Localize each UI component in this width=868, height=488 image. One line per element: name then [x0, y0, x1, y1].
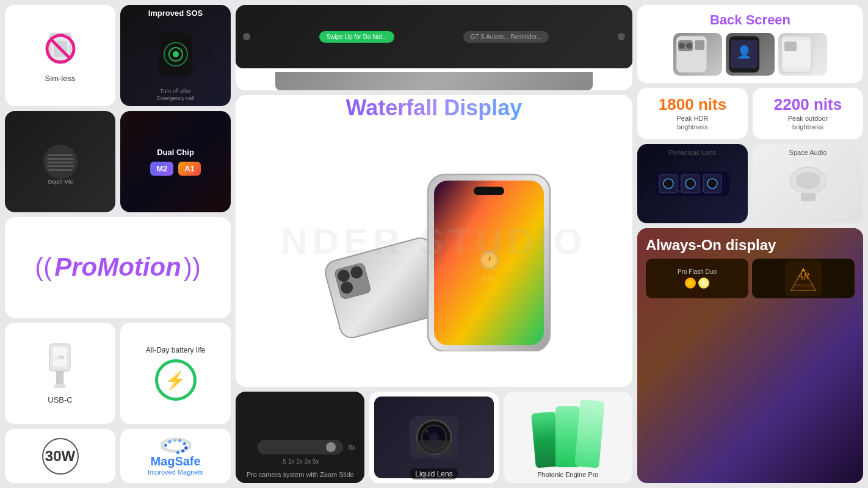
led-2: [698, 278, 709, 289]
svg-point-43: [679, 43, 685, 49]
left-row-4: USB USB-C All-Day battery life ⚡: [5, 323, 231, 424]
svg-point-58: [707, 179, 717, 188]
battery-ring: ⚡: [155, 359, 197, 401]
svg-rect-51: [784, 41, 797, 51]
sos-phone-visual: [159, 33, 192, 76]
dual-chip-bg: Dual Chip M2 A1: [120, 111, 231, 212]
liquid-lens-label: Liquid Lens: [410, 468, 457, 479]
space-audio-card: Space Audio: [753, 144, 863, 223]
svg-rect-6: [47, 158, 74, 160]
liquid-lens-card: Liquid Lens: [369, 392, 498, 483]
svg-text:9:41: 9:41: [482, 274, 496, 283]
photonic-label: Photonic Engine Pro: [537, 471, 598, 478]
svg-rect-15: [54, 384, 66, 387]
zoom-slider: 8x: [258, 440, 343, 454]
camera-dot-2: [618, 33, 625, 40]
svg-text:STUDIO: STUDIO: [794, 283, 812, 289]
back-screen-img-1: [673, 33, 722, 76]
simless-icon: [39, 27, 82, 70]
always-on-title: Always-On display: [646, 237, 776, 253]
nits-hdr-card: 1800 nits Peak HDR brightness: [637, 88, 748, 139]
zoom-thumb: [326, 442, 336, 452]
phone-render: 🕐 9:41: [236, 121, 632, 387]
dual-chip-card: Dual Chip M2 A1: [120, 111, 231, 212]
promotion-paren-right: )): [184, 253, 201, 282]
svg-point-21: [183, 442, 186, 445]
phone-top-edge: [275, 72, 593, 90]
dual-chip-label: Dual Chip: [157, 148, 194, 157]
improved-sos-bg: Improved SOS Turn off afterEmergency cal…: [120, 5, 231, 106]
usbc-icon: USB: [43, 343, 77, 392]
svg-rect-9: [48, 169, 73, 171]
svg-point-44: [686, 43, 692, 49]
phone-svg: 🕐 9:41: [281, 156, 587, 351]
always-on-bottom: Pro Flash Duo A AR STUDIO: [646, 259, 855, 298]
zoom-slide-card: 8x .5 1x 2x 3x 5x Pro camera system with…: [236, 392, 364, 483]
nits-hdr-sub: Peak HDR brightness: [645, 114, 740, 132]
nits-row: 1800 nits Peak HDR brightness 2200 nits …: [637, 88, 863, 139]
magsafe-icon: [161, 436, 191, 454]
chip-a1: A1: [178, 162, 201, 176]
front-phone: 🕐 9:41: [428, 174, 550, 351]
svg-rect-14: [56, 371, 63, 384]
zoom-label: 8x: [349, 444, 355, 451]
display-pill-1: Swipe Up for Do Not...: [319, 31, 394, 43]
top-display-bar: Swipe Up for Do Not... GT S Autom... Rem…: [236, 5, 632, 68]
photonic-bars: [527, 400, 608, 467]
depth-mic-card: Depth Mic: [5, 111, 115, 212]
ar-studio-logo: A AR STUDIO: [785, 260, 822, 296]
promotion-text: ProMotion: [54, 253, 181, 282]
nits-outdoor-sub: Peak outdoor brightness: [760, 114, 856, 132]
chip-m2: M2: [150, 162, 173, 176]
flash-leds: [685, 278, 709, 289]
magsafe-subtitle: Improved Magnets: [148, 468, 203, 476]
magsafe-title: MagSafe: [150, 454, 200, 468]
zoom-dots: .5 1x 2x 3x 5x: [281, 458, 319, 465]
svg-rect-32: [474, 187, 504, 195]
promotion-paren-left: ((: [35, 253, 52, 282]
svg-rect-63: [801, 193, 816, 201]
left-row-1: Sim-less Improved SOS Turn off afterEmer…: [5, 5, 231, 106]
always-on-card: Always-On display Pro Flash Duo A AR: [637, 228, 863, 483]
svg-point-19: [173, 439, 176, 442]
pro-flash-card: Pro Flash Duo: [646, 259, 748, 298]
left-row-5: 30W MagSafe: [5, 429, 231, 483]
back-screen-images: 👤: [673, 33, 827, 76]
center-top-card: Swipe Up for Do Not... GT S Autom... Rem…: [236, 5, 632, 90]
svg-text:USB: USB: [56, 355, 65, 360]
svg-point-39: [425, 429, 429, 433]
pro-flash-label: Pro Flash Duo: [678, 268, 717, 275]
photonic-card: Photonic Engine Pro: [504, 392, 632, 483]
center-column: Swipe Up for Do Not... GT S Autom... Rem…: [236, 5, 632, 483]
back-screen-card: Back Screen: [637, 5, 863, 83]
back-screen-img-3: [778, 33, 827, 76]
svg-point-18: [168, 440, 171, 443]
waterfall-title-container: Waterfall Display: [346, 95, 523, 121]
magsafe-card: MagSafe Improved Magnets: [120, 429, 231, 483]
liquid-lens-visual: [374, 396, 493, 478]
usbc-label: USB-C: [48, 395, 72, 404]
svg-rect-7: [47, 162, 74, 163]
back-screen-title: Back Screen: [710, 12, 790, 28]
svg-text:👤: 👤: [737, 45, 752, 59]
back-screen-img-2: 👤: [726, 33, 775, 76]
svg-point-24: [176, 451, 179, 454]
svg-text:Depth Mic: Depth Mic: [48, 179, 73, 185]
svg-point-22: [184, 447, 187, 450]
left-row-2: Depth Mic Dual Chip M2 A1: [5, 111, 231, 212]
depth-mic-bg: Depth Mic: [5, 111, 115, 212]
battery-card: All-Day battery life ⚡: [120, 323, 231, 424]
center-main-card: NDER STUDIO Waterfall Display: [236, 95, 632, 387]
svg-rect-40: [416, 440, 452, 454]
improved-sos-label: Improved SOS: [148, 9, 203, 18]
svg-point-17: [164, 444, 167, 447]
led-1: [685, 278, 696, 289]
svg-rect-45: [695, 40, 704, 50]
battery-label: All-Day battery life: [146, 346, 205, 354]
nits-outdoor-value: 2200 nits: [760, 95, 856, 114]
display-pill-2: GT S Autom... Reminder...: [463, 31, 549, 43]
space-audio-label: Space Audio: [789, 149, 827, 156]
svg-rect-8: [47, 165, 74, 167]
improved-sos-card: Improved SOS Turn off afterEmergency cal…: [120, 5, 231, 106]
periscopic-card: Periscopic Lens: [637, 144, 748, 223]
